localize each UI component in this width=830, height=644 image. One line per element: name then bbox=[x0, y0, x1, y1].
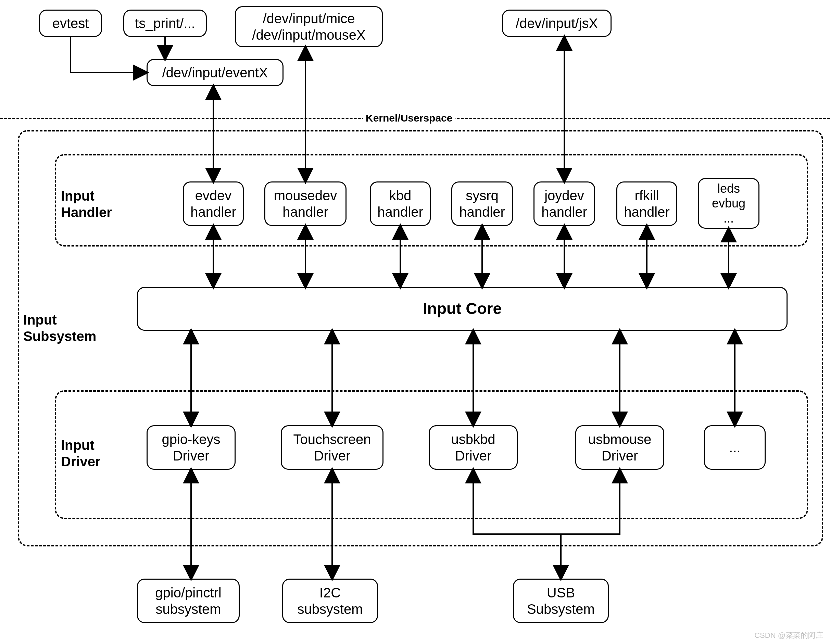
label-input-driver: Input Driver bbox=[58, 437, 103, 470]
box-jsx: /dev/input/jsX bbox=[502, 9, 611, 37]
box-more-drivers: ... bbox=[704, 425, 766, 470]
box-rfkill: rfkill handler bbox=[616, 182, 677, 226]
box-evdev: evdev handler bbox=[183, 182, 244, 226]
region-input-handler bbox=[55, 154, 808, 247]
box-i2c-subsystem: I2C subsystem bbox=[282, 579, 378, 623]
box-sysrq: sysrq handler bbox=[451, 182, 513, 226]
box-touchscreen: Touchscreen Driver bbox=[281, 425, 383, 470]
box-gpio-subsystem: gpio/pinctrl subsystem bbox=[137, 579, 240, 623]
box-usb-subsystem: USB Subsystem bbox=[513, 579, 609, 623]
box-mousedev: mousedev handler bbox=[265, 182, 347, 226]
box-eventx: /dev/input/eventX bbox=[147, 59, 284, 86]
box-gpiokeys: gpio-keys Driver bbox=[147, 425, 236, 470]
box-input-core: Input Core bbox=[137, 287, 787, 331]
box-evtest: evtest bbox=[39, 9, 102, 37]
box-kbd: kbd handler bbox=[370, 182, 431, 226]
box-tsprint: ts_print/... bbox=[123, 9, 207, 37]
watermark: CSDN @菜菜的阿庄 bbox=[754, 630, 823, 641]
diagram-canvas: Kernel/Userspace Input Subsystem Input H… bbox=[0, 0, 830, 644]
box-joydev: joydev handler bbox=[534, 182, 595, 226]
box-usbkbd: usbkbd Driver bbox=[429, 425, 518, 470]
label-input-subsystem: Input Subsystem bbox=[21, 312, 99, 345]
label-input-handler: Input Handler bbox=[58, 188, 115, 220]
box-leds: leds evbug ... bbox=[698, 178, 759, 229]
box-mice: /dev/input/mice /dev/input/mouseX bbox=[235, 6, 383, 47]
input-core-text: Input Core bbox=[423, 299, 502, 318]
box-usbmouse: usbmouse Driver bbox=[575, 425, 664, 470]
boundary-label: Kernel/Userspace bbox=[363, 112, 455, 124]
